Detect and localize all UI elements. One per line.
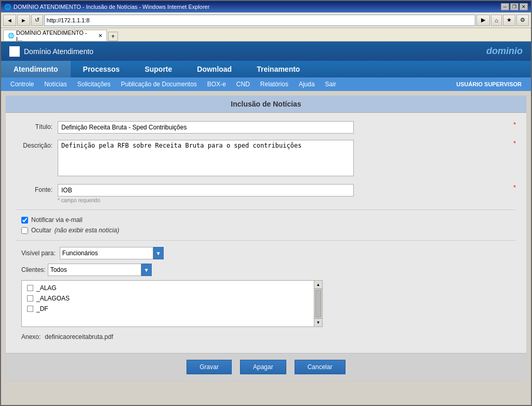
home-button[interactable]: ⌂	[491, 15, 502, 26]
nav-treinamento[interactable]: Treinamento	[244, 61, 312, 77]
anexo-row: Anexo: definicaoreceitabruta.pdf	[16, 333, 516, 340]
titulo-input[interactable]	[58, 121, 354, 134]
app-logo-text: Domínio Atendimento	[24, 47, 94, 56]
alagoas-checkbox[interactable]	[27, 295, 33, 302]
user-label: USUÁRIO SUPERVISOR	[451, 78, 527, 90]
notify-row: Notificar via e-mail	[16, 216, 516, 224]
alagoas-label: _ALAGOAS	[36, 295, 70, 302]
browser-icon: 🌐	[4, 4, 11, 10]
list-item: _ALAGOAS	[24, 293, 312, 304]
fonte-field: * campo requerido	[58, 184, 513, 203]
sub-nav-cnd[interactable]: CND	[231, 77, 255, 91]
forward-button[interactable]: ►	[17, 15, 30, 26]
df-label: _DF	[36, 305, 48, 312]
page-content: 🖥 Domínio Atendimento dominio Atendiment…	[1, 42, 531, 405]
visivel-select-container: Funcionários ▼	[60, 247, 164, 259]
list-box[interactable]: _ALAG _ALAGOAS _DF ▲	[21, 280, 323, 327]
tab-bar: 🌐 DOMÍNIO ATENDIMENTO - I... ✕ +	[1, 28, 531, 42]
visivel-dropdown-button[interactable]: ▼	[153, 247, 164, 259]
nav-atendimento[interactable]: Atendimento	[1, 61, 71, 77]
title-bar: 🌐 DOMÍNIO ATENDIMENTO - Inclusão de Notí…	[1, 1, 531, 12]
clientes-dropdown-button[interactable]: ▼	[141, 264, 152, 276]
sub-nav-solicitacoes[interactable]: Solicitações	[72, 77, 116, 91]
clientes-select[interactable]: Todos	[48, 264, 141, 276]
refresh-button[interactable]: ↺	[31, 15, 43, 26]
form-body: Título: * Descrição: Definição pela RFB …	[6, 113, 526, 349]
minimize-button[interactable]: ─	[501, 3, 509, 10]
new-tab-button[interactable]: +	[108, 32, 118, 41]
descricao-row: Descrição: Definição pela RFB sobre Rece…	[16, 140, 516, 178]
sub-nav-noticias[interactable]: Notícias	[39, 77, 72, 91]
clientes-label: Clientes:	[21, 266, 46, 273]
descricao-label: Descrição:	[16, 140, 58, 149]
window-title: DOMÍNIO ATENDIMENTO - Inclusão de Notíci…	[14, 4, 209, 10]
form-footer: Gravar Apagar Cancelar	[6, 353, 526, 381]
sub-nav-ajuda[interactable]: Ajuda	[294, 77, 320, 91]
visivel-row: Visível para: Funcionários ▼	[16, 247, 516, 259]
visivel-label: Visível para:	[21, 250, 56, 257]
alag-label: _ALAG	[36, 284, 57, 292]
app-logo: 🖥 Domínio Atendimento	[9, 46, 94, 57]
app-header: 🖥 Domínio Atendimento dominio	[1, 42, 531, 61]
titulo-required-star: *	[513, 121, 516, 128]
tab-icon: 🌐	[8, 33, 14, 38]
favorites-button[interactable]: ★	[503, 15, 515, 26]
visivel-select[interactable]: Funcionários	[60, 247, 153, 259]
browser-toolbar: ◄ ► ↺ ▶ ⌂ ★ ⚙	[1, 12, 531, 28]
main-navigation: Atendimento Processos Suporte Download T…	[1, 61, 531, 77]
hide-row: Ocultar (não exibir esta notícia)	[16, 227, 516, 234]
hide-italic-note: (não exibir esta notícia)	[55, 227, 119, 234]
sub-nav-controle[interactable]: Controle	[5, 77, 39, 91]
brand-logo: dominio	[486, 46, 523, 57]
list-content: _ALAG _ALAGOAS _DF	[22, 281, 322, 316]
tab-label: DOMÍNIO ATENDIMENTO - I...	[16, 30, 94, 42]
required-note: * campo requerido	[58, 198, 513, 203]
anexo-filename: definicaoreceitabruta.pdf	[45, 333, 113, 340]
cancelar-button[interactable]: Cancelar	[295, 360, 345, 374]
tools-button[interactable]: ⚙	[516, 15, 529, 26]
clientes-select-container: Todos ▼	[48, 264, 152, 276]
divider1	[16, 209, 516, 210]
hide-checkbox[interactable]	[21, 227, 28, 234]
nav-suporte[interactable]: Suporte	[132, 61, 184, 77]
fonte-row: Fonte: * campo requerido *	[16, 184, 516, 203]
tab-close-button[interactable]: ✕	[98, 33, 102, 38]
form-container: Inclusão de Notícias Título: * Descrição…	[5, 95, 527, 381]
address-input[interactable]	[44, 15, 476, 26]
nav-download[interactable]: Download	[184, 61, 244, 77]
descricao-required-star: *	[513, 140, 516, 147]
sub-nav-publicacao[interactable]: Publicação de Documentos	[116, 77, 202, 91]
fonte-required-star: *	[513, 184, 516, 191]
app-logo-icon: 🖥	[9, 46, 20, 57]
scroll-thumb	[315, 290, 321, 317]
dropdown-arrow-icon: ▼	[156, 251, 161, 256]
anexo-label: Anexo:	[21, 333, 41, 340]
restore-button[interactable]: ❐	[510, 3, 518, 10]
apagar-button[interactable]: Apagar	[240, 360, 286, 374]
browser-window: 🌐 DOMÍNIO ATENDIMENTO - Inclusão de Notí…	[0, 0, 532, 406]
sub-nav-boxe[interactable]: BOX-e	[202, 77, 231, 91]
scroll-up-button[interactable]: ▲	[314, 281, 322, 289]
notify-checkbox[interactable]	[21, 217, 28, 224]
sub-nav-relatorios[interactable]: Relatórios	[255, 77, 294, 91]
clientes-dropdown-arrow-icon: ▼	[144, 267, 149, 273]
back-button[interactable]: ◄	[3, 15, 16, 26]
go-button[interactable]: ▶	[476, 15, 490, 26]
nav-processos[interactable]: Processos	[71, 61, 132, 77]
notify-label[interactable]: Notificar via e-mail	[31, 216, 83, 224]
active-tab[interactable]: 🌐 DOMÍNIO ATENDIMENTO - I... ✕	[3, 30, 107, 41]
sub-navigation: Controle Notícias Solicitações Publicaçã…	[1, 77, 531, 91]
title-bar-left: 🌐 DOMÍNIO ATENDIMENTO - Inclusão de Notí…	[4, 4, 209, 10]
descricao-textarea[interactable]: Definição pela RFB sobre Receita Bruta p…	[58, 140, 354, 176]
scroll-down-button[interactable]: ▼	[314, 318, 322, 326]
df-checkbox[interactable]	[27, 306, 33, 312]
hide-label[interactable]: Ocultar	[31, 227, 51, 234]
sub-nav-sair[interactable]: Sair	[320, 77, 341, 91]
gravar-button[interactable]: Gravar	[187, 360, 232, 374]
list-scrollbar[interactable]: ▲ ▼	[314, 281, 322, 326]
fonte-input[interactable]	[58, 184, 354, 197]
close-button[interactable]: ✕	[520, 3, 528, 10]
alag-checkbox[interactable]	[27, 285, 33, 291]
list-item: _ALAG	[24, 283, 312, 293]
descricao-field: Definição pela RFB sobre Receita Bruta p…	[58, 140, 513, 178]
